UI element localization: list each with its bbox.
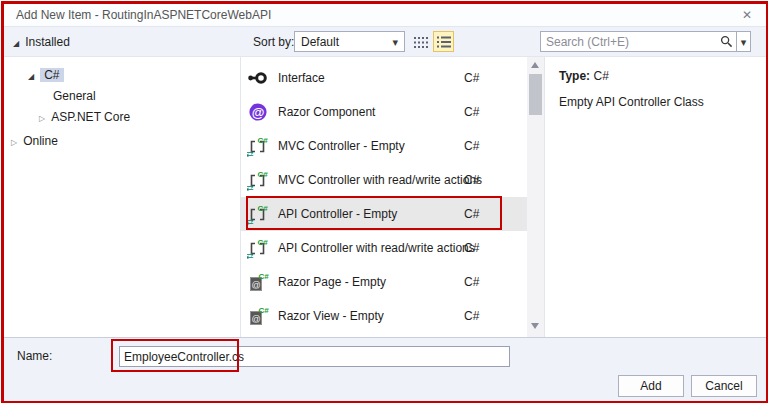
search-button[interactable] <box>716 35 736 48</box>
scroll-down-icon[interactable] <box>531 323 539 329</box>
tree-item-label: Installed <box>25 35 70 49</box>
list-item[interactable]: C#⇄ API Controller - Empty C# <box>241 197 527 231</box>
list-item-type: C# <box>464 275 479 289</box>
scroll-up-icon[interactable] <box>531 62 539 68</box>
list-item-label: Razor Component <box>278 105 375 119</box>
list-item[interactable]: C#⇄ API Controller with read/write actio… <box>241 231 527 265</box>
tree-item-online[interactable]: Online <box>11 132 58 150</box>
template-tree-panel: C# General ASP.NET Core Online <box>4 57 241 337</box>
list-item-label: Razor Page - Empty <box>278 275 386 289</box>
close-icon <box>742 8 752 22</box>
search-input[interactable] <box>541 33 716 50</box>
cancel-button[interactable]: Cancel <box>691 375 757 397</box>
type-value: C# <box>593 69 608 83</box>
search-options-button[interactable] <box>736 31 751 52</box>
search-area <box>540 31 751 52</box>
dialog-title: Add New Item - RoutingInASPNETCoreWebAPI <box>16 4 271 27</box>
svg-text:⇄: ⇄ <box>247 149 254 157</box>
tree-item-general[interactable]: General <box>53 87 96 105</box>
content-area: C# General ASP.NET Core Online Interface… <box>4 57 766 337</box>
list-item-type: C# <box>464 173 479 187</box>
sort-dropdown-value: Default <box>301 35 392 49</box>
api-controller-icon: C#⇄ <box>246 237 270 259</box>
mvc-controller-icon: C#⇄ <box>246 135 270 157</box>
scrollbar[interactable] <box>527 57 544 337</box>
razor-page-icon: @C# <box>246 305 270 327</box>
close-button[interactable] <box>734 4 760 27</box>
svg-text:C#: C# <box>258 170 269 179</box>
list-item-type: C# <box>464 207 479 221</box>
list-item-type: C# <box>464 241 479 255</box>
add-button[interactable]: Add <box>618 375 684 397</box>
sort-dropdown[interactable]: Default <box>294 31 405 52</box>
list-item-label: MVC Controller with read/write actions <box>278 173 482 187</box>
list-item-type: C# <box>464 139 479 153</box>
name-input[interactable] <box>119 346 510 367</box>
mvc-controller-icon: C#⇄ <box>246 169 270 191</box>
template-description: Empty API Controller Class <box>559 95 766 109</box>
svg-text:C#: C# <box>259 306 270 315</box>
tree-item-label: ASP.NET Core <box>51 110 130 124</box>
svg-text:@: @ <box>251 280 260 290</box>
list-item[interactable]: C#⇄ MVC Controller with read/write actio… <box>241 163 527 197</box>
tree-item-label: General <box>53 89 96 103</box>
list-item-label: Interface <box>278 71 325 85</box>
sort-by-label: Sort by: <box>253 27 294 57</box>
tree-item-csharp[interactable]: C# <box>28 66 64 84</box>
svg-text:C#: C# <box>258 136 269 145</box>
list-item-label: MVC Controller - Empty <box>278 139 405 153</box>
list-view-button[interactable] <box>433 31 454 52</box>
template-details-panel: Type: C# Empty API Controller Class <box>544 57 766 337</box>
svg-text:C#: C# <box>258 204 269 213</box>
razor-page-icon: @C# <box>246 271 270 293</box>
list-item[interactable]: @ Razor Component C# <box>241 95 527 129</box>
list-item-label: Razor View - Empty <box>278 309 384 323</box>
toolbar: Installed Sort by: Default <box>4 27 766 57</box>
grid-icon <box>414 35 428 49</box>
search-icon <box>720 35 733 48</box>
svg-text:@: @ <box>252 105 265 120</box>
title-bar: Add New Item - RoutingInASPNETCoreWebAPI <box>4 4 766 27</box>
list-item[interactable]: C#⇄ MVC Controller - Empty C# <box>241 129 527 163</box>
chevron-down-icon <box>392 35 398 49</box>
tree-item-installed[interactable]: Installed <box>13 27 70 57</box>
search-field <box>540 31 736 52</box>
list-item-label: API Controller - Empty <box>278 207 397 221</box>
tree-item-label: Online <box>23 134 58 148</box>
type-label: Type: <box>559 69 590 83</box>
svg-text:C#: C# <box>258 238 269 247</box>
svg-text:C#: C# <box>259 272 270 281</box>
svg-text:⇄: ⇄ <box>247 183 254 191</box>
svg-text:@: @ <box>251 314 260 324</box>
name-label: Name: <box>17 346 52 367</box>
razor-component-icon: @ <box>246 102 270 122</box>
list-item-type: C# <box>464 309 479 323</box>
list-item[interactable]: Interface C# <box>241 61 527 95</box>
api-controller-icon: C#⇄ <box>246 203 270 225</box>
list-item-label: API Controller with read/write actions <box>278 241 475 255</box>
expanded-icon <box>13 35 19 49</box>
list-item-type: C# <box>464 71 479 85</box>
list-item[interactable]: @C# Razor Page - Empty C# <box>241 265 527 299</box>
svg-text:⇄: ⇄ <box>247 217 254 225</box>
tree-item-label: C# <box>40 68 63 82</box>
collapsed-icon <box>11 134 17 148</box>
list-item-type: C# <box>464 105 479 119</box>
collapsed-icon <box>39 110 45 124</box>
footer: Name: Add Cancel <box>4 337 766 401</box>
scroll-thumb[interactable] <box>529 74 542 115</box>
list-item[interactable]: @C# Razor View - Empty C# <box>241 299 527 333</box>
list-icon <box>437 35 451 49</box>
svg-text:⇄: ⇄ <box>247 251 254 259</box>
add-new-item-dialog: Add New Item - RoutingInASPNETCoreWebAPI… <box>1 1 768 403</box>
template-list: Interface C# @ Razor Component C# C#⇄ MV… <box>241 57 527 337</box>
small-icons-view-button[interactable] <box>410 31 431 52</box>
interface-icon <box>246 69 270 87</box>
expanded-icon <box>28 68 34 82</box>
chevron-down-icon <box>741 35 747 49</box>
tree-item-aspnet-core[interactable]: ASP.NET Core <box>39 108 130 126</box>
